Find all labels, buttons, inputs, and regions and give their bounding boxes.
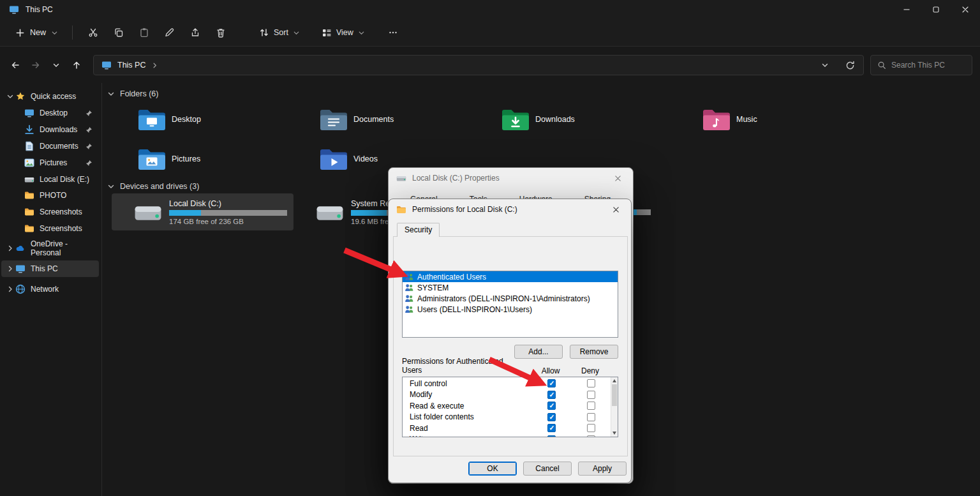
chevron-right-icon xyxy=(6,265,14,273)
close-button[interactable] xyxy=(951,0,980,19)
sidebar-item-label: Pictures xyxy=(40,158,67,167)
sort-arrows-icon xyxy=(259,27,269,38)
group-user-listbox[interactable]: Authenticated Users SYSTEM Administrator… xyxy=(402,271,618,338)
permission-row-write: Write xyxy=(403,434,611,438)
sidebar-item-label: Documents xyxy=(40,142,78,151)
paste-button[interactable] xyxy=(131,22,157,43)
sidebar-item-network[interactable]: Network xyxy=(1,281,99,297)
deny-checkbox-full-control[interactable] xyxy=(587,379,595,387)
permissions-listbox[interactable]: Full control Modify Read & execute List … xyxy=(402,377,618,437)
rename-button[interactable] xyxy=(157,22,182,43)
up-button[interactable] xyxy=(66,55,87,75)
folder-tile-music[interactable]: Music xyxy=(676,101,858,138)
folder-tile-pictures[interactable]: Pictures xyxy=(112,140,293,177)
search-input[interactable] xyxy=(891,61,965,70)
folder-icon xyxy=(396,206,406,214)
group-name: SYSTEM xyxy=(417,283,449,292)
sidebar-item-quick-access[interactable]: Quick access xyxy=(1,88,99,105)
sidebar-item-screenshots[interactable]: Screenshots xyxy=(1,204,99,220)
group-item-system[interactable]: SYSTEM xyxy=(403,282,618,293)
deny-checkbox-read-execute[interactable] xyxy=(587,402,595,410)
tab-security[interactable]: Security xyxy=(397,223,440,237)
users-icon xyxy=(405,273,414,281)
deny-checkbox-list-folder-contents[interactable] xyxy=(587,413,595,421)
group-item-administrators[interactable]: Administrators (DELL-INSPIRON-1\Administ… xyxy=(403,293,618,304)
scroll-up-arrow-icon[interactable] xyxy=(612,379,616,382)
more-options-button[interactable] xyxy=(380,22,406,43)
sidebar-item-label: Quick access xyxy=(31,92,76,101)
back-button[interactable] xyxy=(5,55,26,75)
allow-checkbox-read[interactable] xyxy=(547,424,556,432)
copy-button[interactable] xyxy=(106,22,131,43)
ok-button[interactable]: OK xyxy=(468,462,517,476)
arrow-up-icon xyxy=(71,60,82,70)
sort-button[interactable]: Sort xyxy=(253,23,306,42)
desktop-folder-icon xyxy=(137,107,167,132)
devices-section-header[interactable]: Devices and drives (3) xyxy=(107,182,199,191)
folder-tile-downloads[interactable]: Downloads xyxy=(475,101,657,138)
deny-checkbox-read[interactable] xyxy=(587,424,595,432)
chevron-down-icon xyxy=(358,29,365,36)
group-name: Users (DELL-INSPIRON-1\Users) xyxy=(417,305,532,314)
sidebar-item-local-disk-e[interactable]: Local Disk (E:) xyxy=(1,171,99,188)
permissions-list-label: Permissions for Authenticated Users xyxy=(402,357,523,375)
folder-tile-documents[interactable]: Documents xyxy=(293,101,475,138)
allow-checkbox-full-control[interactable] xyxy=(547,379,556,387)
allow-checkbox-read-execute[interactable] xyxy=(547,402,556,410)
allow-checkbox-write[interactable] xyxy=(547,435,556,437)
breadcrumb[interactable]: This PC xyxy=(117,61,145,70)
network-icon xyxy=(15,284,26,294)
allow-checkbox-list-folder-contents[interactable] xyxy=(547,413,556,421)
scroll-down-arrow-icon[interactable] xyxy=(612,432,616,435)
allow-checkbox-modify[interactable] xyxy=(547,391,556,399)
permissions-rows: Full control Modify Read & execute List … xyxy=(403,378,611,437)
sidebar-item-desktop[interactable]: Desktop xyxy=(1,105,99,121)
refresh-button[interactable] xyxy=(840,56,859,74)
permissions-close-button[interactable] xyxy=(602,200,630,220)
pin-icon xyxy=(85,160,93,167)
deny-checkbox-write[interactable] xyxy=(587,435,595,437)
folders-section-header[interactable]: Folders (6) xyxy=(107,89,158,98)
properties-close-button[interactable] xyxy=(604,169,632,188)
sidebar-item-onedrive[interactable]: OneDrive - Personal xyxy=(1,240,99,257)
new-button[interactable]: New xyxy=(9,24,64,42)
minimize-button[interactable] xyxy=(892,0,921,19)
chevron-down-icon xyxy=(6,93,14,100)
cancel-button[interactable]: Cancel xyxy=(523,462,572,476)
deny-checkbox-modify[interactable] xyxy=(587,391,595,399)
scrollbar-thumb[interactable] xyxy=(612,384,617,406)
delete-button[interactable] xyxy=(208,22,234,43)
group-item-authenticated-users[interactable]: Authenticated Users xyxy=(403,271,618,282)
address-dropdown-button[interactable] xyxy=(815,56,835,74)
folder-name: Music xyxy=(736,115,757,124)
sidebar-item-photo[interactable]: PHOTO xyxy=(1,187,99,204)
recent-locations-button[interactable] xyxy=(46,55,66,75)
permission-name: Full control xyxy=(403,379,531,388)
folder-tile-desktop[interactable]: Desktop xyxy=(112,101,293,138)
sidebar-item-this-pc[interactable]: This PC xyxy=(1,260,99,277)
sidebar-item-documents[interactable]: Documents xyxy=(1,138,99,154)
sidebar-item-pictures[interactable]: Pictures xyxy=(1,154,99,171)
chevron-down-icon xyxy=(821,61,829,69)
chevron-down-icon xyxy=(107,90,115,98)
forward-button[interactable] xyxy=(26,55,46,75)
group-item-users[interactable]: Users (DELL-INSPIRON-1\Users) xyxy=(403,304,618,315)
view-button[interactable]: View xyxy=(315,23,371,42)
share-icon xyxy=(190,27,200,38)
address-bar[interactable]: This PC xyxy=(93,55,864,75)
view-button-label: View xyxy=(336,28,353,37)
cut-button[interactable] xyxy=(80,22,106,43)
maximize-button[interactable] xyxy=(921,0,951,19)
picture-icon xyxy=(24,158,34,168)
drive-tile-local-disk-c[interactable]: Local Disk (C:) 174 GB free of 236 GB xyxy=(112,193,293,230)
remove-button[interactable]: Remove xyxy=(570,345,618,359)
scissors-icon xyxy=(88,27,98,38)
sidebar-item-screenshots-2[interactable]: Screenshots xyxy=(1,220,99,237)
drive-icon xyxy=(396,174,406,182)
share-button[interactable] xyxy=(182,22,208,43)
sidebar-item-downloads[interactable]: Downloads xyxy=(1,121,99,138)
apply-button[interactable]: Apply xyxy=(578,462,627,476)
arrow-right-icon xyxy=(31,60,41,70)
permissions-dialog: Permissions for Local Disk (C:) Security… xyxy=(388,199,632,483)
permissions-scrollbar[interactable] xyxy=(611,377,618,437)
